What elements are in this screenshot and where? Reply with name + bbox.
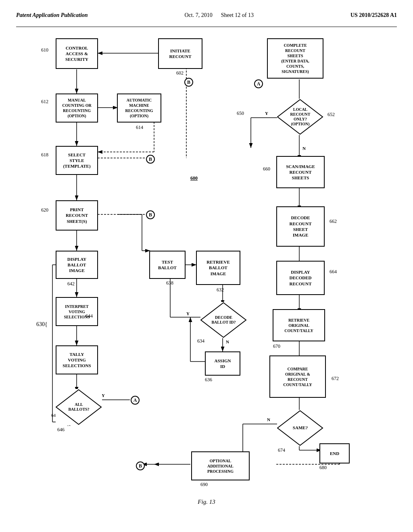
- select-style-box: SELECTSTYLE(TEMPLATE): [56, 146, 98, 175]
- ref-670: 670: [273, 343, 280, 349]
- ref-672: 672: [332, 376, 339, 382]
- compare-original-box: COMPAREORIGINAL &RECOUNTCOUNT/TALLY: [269, 355, 326, 398]
- test-ballot-box: TESTBALLOT: [149, 251, 186, 279]
- scan-image-label: SCAN/IMAGERECOUNTSHEETS: [286, 164, 315, 181]
- publication-date: Oct. 7, 2010: [185, 12, 213, 18]
- tally-voting-label: TALLYVOTINGSELECTIONS: [63, 351, 91, 369]
- ref-680: 680: [319, 465, 327, 471]
- connector-b-4: B: [136, 461, 145, 470]
- ref-652: 652: [327, 112, 335, 118]
- optional-processing-label: OPTIONALADDITIONALPROCESSING: [207, 458, 234, 474]
- retrieve-original-label: RETRIEVEORIGINALCOUNT/TALLY: [284, 318, 313, 333]
- display-ballot-box: DISPLAYBALLOTIMAGE: [56, 251, 98, 279]
- automatic-machine-box: AUTOMATICMACHINERECOUNTING(OPTION): [117, 94, 161, 123]
- ref-602: 602: [176, 70, 184, 76]
- page: Patent Application Publication Oct. 7, 2…: [0, 0, 413, 532]
- ref-642: 642: [67, 281, 75, 287]
- control-access-label: CONTROLACCESS &SECURITY: [65, 45, 88, 62]
- all-ballots-diamond: ALLBALLOTS?: [56, 389, 102, 425]
- retrieve-ballot-label: RETRIEVEBALLOTIMAGE: [206, 259, 229, 276]
- ref-660: 660: [263, 166, 270, 172]
- local-recount-diamond: LOCALRECOUNTONLY?(OPTION): [277, 99, 323, 135]
- ref-618: 618: [41, 152, 48, 158]
- retrieve-original-box: RETRIEVEORIGINALCOUNT/TALLY: [273, 309, 325, 341]
- ref-634: 634: [197, 338, 204, 344]
- ref-662: 662: [330, 218, 337, 224]
- end-label: END: [330, 451, 339, 456]
- assign-id-label: ASSIGNID: [215, 358, 231, 370]
- ref-620: 620: [41, 207, 48, 213]
- optional-processing-box: OPTIONALADDITIONALPROCESSING: [191, 451, 250, 480]
- svg-text:Y: Y: [186, 311, 190, 316]
- ref-600: 600: [190, 175, 198, 181]
- test-ballot-label: TESTBALLOT: [158, 259, 177, 271]
- select-style-label: SELECTSTYLE(TEMPLATE): [63, 152, 90, 169]
- same-diamond: SAME?: [277, 410, 323, 446]
- assign-id-box: ASSIGNID: [205, 351, 240, 376]
- complete-recount-box: COMPLETERECOUNTSHEETS(ENTER DATA,COUNTS,…: [267, 38, 323, 79]
- sheet-number: Sheet 12 of 13: [221, 12, 254, 18]
- control-access-security-box: CONTROLACCESS &SECURITY: [56, 38, 98, 69]
- ref-690: 690: [200, 482, 208, 488]
- svg-text:N: N: [302, 146, 306, 151]
- decode-recount-label: DECODERECOUNTSHEETIMAGE: [289, 215, 311, 238]
- display-ballot-label: DISPLAYBALLOTIMAGE: [67, 256, 86, 274]
- ref-630: 630{: [36, 321, 48, 328]
- ref-636: 636: [205, 377, 212, 383]
- decode-ballot-id-label: DECODEBALLOT ID?: [206, 315, 242, 325]
- ref-650: 650: [237, 110, 244, 116]
- svg-text:Y: Y: [102, 393, 105, 398]
- compare-original-label: COMPAREORIGINAL &RECOUNTCOUNT/TALLY: [283, 366, 312, 387]
- publication-label: Patent Application Publication: [16, 12, 88, 19]
- connector-b-1: B: [184, 78, 193, 87]
- connector-b-2: B: [146, 155, 155, 164]
- ref-674: 674: [278, 447, 285, 453]
- print-recount-box: PRINTRECOUNTSHEET(S): [56, 200, 98, 231]
- ref-632: 632: [217, 287, 224, 293]
- manual-counting-box: MANUALCOUNTING ORRECOUNTING(OPTION): [56, 94, 98, 123]
- ref-664: 664: [330, 269, 337, 275]
- svg-text:N: N: [267, 417, 270, 422]
- svg-text:N: N: [226, 339, 229, 344]
- svg-text:Y: Y: [265, 111, 268, 116]
- initiate-recount-box: INITIATERECOUNT: [158, 38, 202, 69]
- retrieve-ballot-box: RETRIEVEBALLOTIMAGE: [196, 251, 240, 285]
- scan-image-box: SCAN/IMAGERECOUNTSHEETS: [276, 156, 325, 188]
- diagram-area: Y N Y N: [17, 31, 396, 495]
- ref-612: 612: [41, 99, 48, 105]
- local-recount-label: LOCALRECOUNTONLY?(OPTION): [282, 107, 319, 127]
- ref-646: 646: [57, 427, 65, 433]
- patent-number: US 2010/252628 A1: [350, 12, 397, 19]
- display-decoded-box: DISPLAYDECODEDRECOUNT: [276, 261, 325, 295]
- decode-ballot-id-diamond: DECODEBALLOT ID?: [200, 302, 247, 338]
- figure-caption: Fig. 13: [16, 499, 397, 505]
- manual-counting-label: MANUALCOUNTING ORRECOUNTING(OPTION): [62, 98, 92, 118]
- print-recount-label: PRINTRECOUNTSHEET(S): [66, 207, 88, 224]
- tally-voting-box: TALLYVOTINGSELECTIONS: [56, 345, 98, 374]
- interpret-voting-box: INTERPRETVOTINGSELECTIONS: [56, 297, 98, 326]
- date-and-sheet: Oct. 7, 2010 Sheet 12 of 13: [185, 12, 254, 19]
- connector-a-top: A: [254, 79, 263, 88]
- connector-b-3: B: [146, 210, 155, 219]
- ref-614: 614: [136, 125, 143, 131]
- ref-610: 610: [41, 47, 48, 53]
- end-box: END: [319, 443, 350, 463]
- same-label: SAME?: [282, 425, 319, 430]
- all-ballots-label: ALLBALLOTS?: [61, 402, 97, 412]
- connector-a-1: A: [131, 396, 140, 405]
- decode-recount-box: DECODERECOUNTSHEETIMAGE: [276, 206, 325, 247]
- display-decoded-label: DISPLAYDECODEDRECOUNT: [289, 269, 311, 287]
- automatic-machine-label: AUTOMATICMACHINERECOUNTING(OPTION): [125, 98, 153, 118]
- ref-644: 644: [86, 313, 93, 319]
- complete-recount-label: COMPLETERECOUNTSHEETS(ENTER DATA,COUNTS,…: [281, 43, 309, 74]
- page-header: Patent Application Publication Oct. 7, 2…: [16, 8, 397, 27]
- initiate-recount-label: INITIATERECOUNT: [169, 48, 191, 60]
- ref-638: 638: [166, 280, 173, 286]
